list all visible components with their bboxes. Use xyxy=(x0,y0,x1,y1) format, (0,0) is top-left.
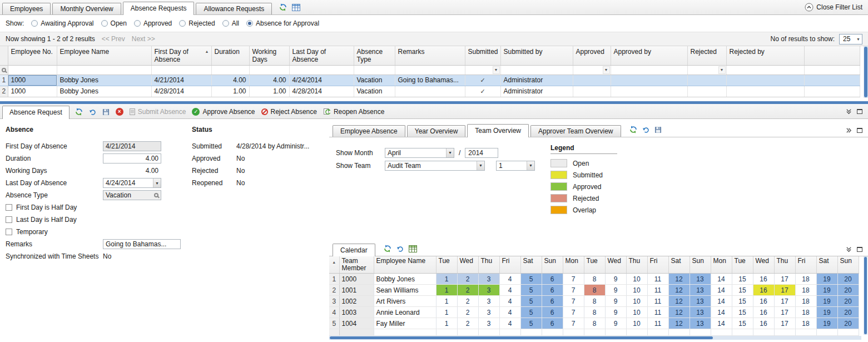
delete-icon[interactable]: × xyxy=(116,108,123,116)
filter-cell-remarks[interactable] xyxy=(395,65,465,75)
day-header-20[interactable]: Sun xyxy=(837,256,859,274)
day-cell-18[interactable]: 18 xyxy=(795,296,816,307)
day-cell-11[interactable]: 11 xyxy=(647,274,668,285)
refresh-icon[interactable] xyxy=(384,245,391,252)
day-cell-18[interactable]: 18 xyxy=(795,274,816,285)
day-cell-10[interactable]: 10 xyxy=(626,285,647,296)
day-cell-15[interactable]: 15 xyxy=(732,285,753,296)
day-cell-19[interactable]: 19 xyxy=(816,285,837,296)
radio-all[interactable]: All xyxy=(222,19,239,27)
day-cell-8[interactable]: 8 xyxy=(584,318,605,329)
day-header-10[interactable]: Thu xyxy=(626,256,647,274)
day-cell-5[interactable]: 5 xyxy=(520,285,542,296)
day-cell-1[interactable]: 1 xyxy=(436,307,457,318)
day-cell-9[interactable]: 9 xyxy=(605,274,626,285)
day-cell-9[interactable]: 9 xyxy=(605,285,626,296)
day-cell-1[interactable]: 1 xyxy=(436,285,457,296)
day-cell-7[interactable]: 7 xyxy=(563,307,584,318)
day-cell-10[interactable]: 10 xyxy=(626,296,647,307)
maximize-icon[interactable] xyxy=(857,109,862,114)
day-cell-3[interactable]: 3 xyxy=(478,274,499,285)
filter-cell-submitted-by[interactable] xyxy=(500,65,573,75)
day-cell-7[interactable]: 7 xyxy=(563,318,584,329)
day-header-3[interactable]: Thu xyxy=(478,256,499,274)
last-day-select[interactable]: 4/24/2014 ▼ xyxy=(103,178,161,188)
day-cell-8[interactable]: 8 xyxy=(584,274,605,285)
collapse-double-down-icon[interactable] xyxy=(846,246,852,252)
day-header-13[interactable]: Sun xyxy=(690,256,711,274)
day-cell-4[interactable]: 4 xyxy=(499,318,520,329)
tab-year-overview[interactable]: Year Overview xyxy=(407,125,466,137)
day-cell-3[interactable]: 3 xyxy=(478,285,499,296)
day-cell-18[interactable]: 18 xyxy=(795,285,816,296)
grid-view-icon[interactable] xyxy=(292,4,300,11)
filter-cell-submitted[interactable]: ▼ xyxy=(465,65,500,75)
radio-absence-for-approval[interactable]: Absence for Approval xyxy=(246,19,319,27)
day-cell-14[interactable]: 14 xyxy=(711,318,732,329)
refresh-icon[interactable] xyxy=(75,108,83,116)
radio-awaiting-approval[interactable]: Awaiting Approval xyxy=(31,19,93,27)
column-header-approved[interactable]: Approved xyxy=(573,46,611,65)
day-cell-14[interactable]: 14 xyxy=(711,296,732,307)
reject-absence-button[interactable]: Reject Absence xyxy=(261,108,317,116)
day-cell-9[interactable]: 9 xyxy=(605,296,626,307)
filter-cell-working-days[interactable] xyxy=(249,65,289,75)
column-header-working-days[interactable]: Working Days xyxy=(249,46,289,65)
day-cell-2[interactable]: 2 xyxy=(457,285,478,296)
maximize-icon[interactable] xyxy=(857,247,862,252)
day-cell-13[interactable]: 13 xyxy=(690,296,711,307)
day-cell-15[interactable]: 15 xyxy=(732,318,753,329)
day-header-14[interactable]: Mon xyxy=(711,256,732,274)
day-cell-5[interactable]: 5 xyxy=(520,318,542,329)
day-cell-12[interactable]: 12 xyxy=(668,307,690,318)
day-header-12[interactable]: Sat xyxy=(668,256,690,274)
calendar-row[interactable]: 11000Bobby Jones123456789101112131415161… xyxy=(329,274,859,285)
table-row[interactable]: 21000Bobby Jones4/28/20141.001.004/28/20… xyxy=(0,86,860,97)
day-cell-12[interactable]: 12 xyxy=(668,274,690,285)
day-cell-20[interactable]: 20 xyxy=(837,318,859,329)
day-header-19[interactable]: Sat xyxy=(816,256,837,274)
filter-cell-employee-name[interactable] xyxy=(57,65,151,75)
checkbox-first-day-is-half-day[interactable]: First Day is Half Day xyxy=(6,201,329,214)
day-cell-14[interactable]: 14 xyxy=(711,274,732,285)
day-cell-8[interactable]: 8 xyxy=(584,296,605,307)
column-header-employee-no[interactable]: Employee No. xyxy=(8,46,57,65)
maximize-icon[interactable] xyxy=(857,128,862,133)
day-cell-20[interactable]: 20 xyxy=(837,274,859,285)
calendar-row[interactable]: 31002Art Rivers1234567891011121314151617… xyxy=(329,296,859,307)
undo-icon[interactable] xyxy=(89,108,96,116)
day-cell-7[interactable]: 7 xyxy=(563,274,584,285)
day-header-9[interactable]: Wed xyxy=(605,256,626,274)
tab-employees[interactable]: Employees xyxy=(2,3,51,14)
day-cell-6[interactable]: 6 xyxy=(542,307,563,318)
day-cell-9[interactable]: 9 xyxy=(605,318,626,329)
day-cell-6[interactable]: 6 xyxy=(542,274,563,285)
vertical-scrollbar[interactable] xyxy=(864,46,868,98)
day-cell-11[interactable]: 11 xyxy=(647,296,668,307)
absence-type-input[interactable]: Vacation xyxy=(103,190,161,200)
day-cell-15[interactable]: 15 xyxy=(732,274,753,285)
calendar-row[interactable]: 51004Fay Miller1234567891011121314151617… xyxy=(329,318,859,329)
day-cell-6[interactable]: 6 xyxy=(542,318,563,329)
day-cell-10[interactable]: 10 xyxy=(626,274,647,285)
day-cell-19[interactable]: 19 xyxy=(816,274,837,285)
day-cell-20[interactable]: 20 xyxy=(837,307,859,318)
day-cell-2[interactable]: 2 xyxy=(457,318,478,329)
day-cell-18[interactable]: 18 xyxy=(795,307,816,318)
table-row[interactable]: 11000Bobby Jones4/21/20144.004.004/24/20… xyxy=(0,75,860,86)
day-cell-11[interactable]: 11 xyxy=(647,285,668,296)
calendar-row[interactable]: 41003Annie Leonard1234567891011121314151… xyxy=(329,307,859,318)
filter-search-cell[interactable] xyxy=(0,65,8,75)
day-header-17[interactable]: Thu xyxy=(774,256,795,274)
tab-team-overview[interactable]: Team Overview xyxy=(467,124,529,137)
day-cell-16[interactable]: 16 xyxy=(753,296,774,307)
day-header-1[interactable]: Tue xyxy=(436,256,457,274)
day-header-18[interactable]: Fri xyxy=(795,256,816,274)
expand-double-right-icon[interactable] xyxy=(846,127,852,133)
tab-absence-request[interactable]: Absence Request xyxy=(2,106,70,119)
filter-cell-duration[interactable] xyxy=(211,65,249,75)
save-icon[interactable] xyxy=(654,126,662,133)
day-header-11[interactable]: Fri xyxy=(647,256,668,274)
day-cell-15[interactable]: 15 xyxy=(732,296,753,307)
day-cell-3[interactable]: 3 xyxy=(478,296,499,307)
